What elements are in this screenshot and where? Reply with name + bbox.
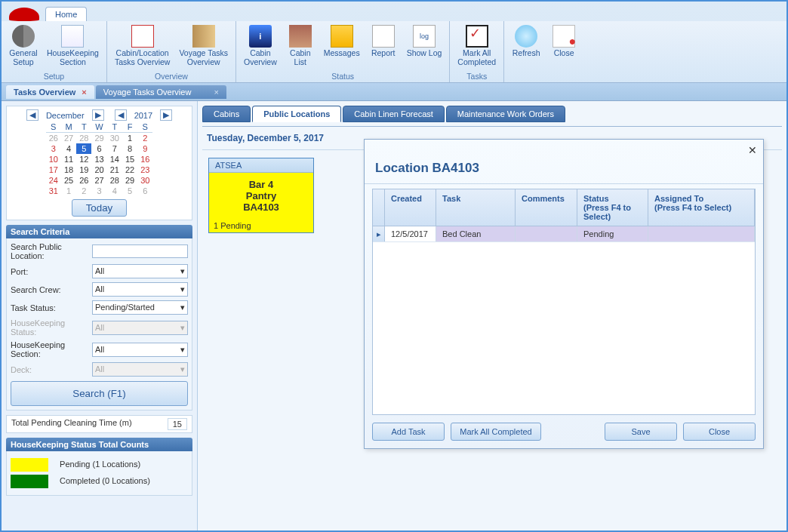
tab-cabins[interactable]: Cabins (202, 106, 251, 122)
voyage-tasks-overview-button[interactable]: Voyage Tasks Overview (174, 22, 232, 72)
col-comments[interactable]: Comments (516, 189, 577, 226)
col-task[interactable]: Task (436, 189, 516, 226)
refresh-button[interactable]: Refresh (507, 22, 545, 72)
calendar-day[interactable]: 1 (122, 133, 137, 144)
pending-time-label: Total Pending Cleaning Time (m) (11, 418, 132, 430)
cell-assigned[interactable] (648, 226, 755, 241)
hk-section-dropdown[interactable]: All▾ (92, 343, 188, 357)
tab-home[interactable]: Home (45, 7, 87, 21)
calendar-day[interactable]: 27 (61, 133, 76, 144)
calendar-day[interactable]: 5 (122, 186, 137, 196)
calendar-day[interactable]: 10 (46, 154, 61, 165)
ribbon-group-status: Cabin Overview Cabin List Messages Repor… (236, 21, 450, 82)
cell-created[interactable]: 12/5/2017 (385, 226, 436, 241)
save-button[interactable]: Save (605, 423, 677, 441)
calendar-day[interactable]: 15 (122, 154, 137, 165)
calendar-day[interactable]: 30 (137, 175, 152, 186)
hk-status-label: HouseKeeping Status: (11, 318, 92, 337)
add-task-button[interactable]: Add Task (372, 423, 445, 441)
calendar-day[interactable]: 26 (46, 133, 61, 144)
calendar-day[interactable]: 23 (137, 165, 152, 175)
calendar-day[interactable]: 28 (76, 133, 91, 144)
tab-tasks-overview[interactable]: Tasks Overview × (6, 85, 94, 99)
calendar-day[interactable]: 13 (91, 154, 106, 165)
calendar-day[interactable]: 7 (107, 143, 122, 154)
calendar-day[interactable]: 17 (46, 165, 61, 175)
today-button[interactable]: Today (72, 199, 128, 217)
location-card[interactable]: ATSEA Bar 4 Pantry BA4103 1 Pending (208, 158, 314, 233)
calendar-day[interactable]: 21 (107, 165, 122, 175)
calendar-day[interactable]: 3 (46, 143, 61, 154)
cabin-overview-button[interactable]: Cabin Overview (239, 22, 282, 72)
calendar-day[interactable]: 2 (137, 133, 152, 144)
calendar-day[interactable]: 4 (107, 186, 122, 196)
calendar-day[interactable]: 6 (91, 143, 106, 154)
calendar-day[interactable]: 2 (76, 186, 91, 196)
calendar-day[interactable]: 9 (137, 143, 152, 154)
close-dialog-button[interactable]: Close (683, 423, 756, 441)
col-status[interactable]: Status (Press F4 to Select) (577, 189, 648, 226)
report-button[interactable]: Report (365, 22, 402, 72)
search-location-input[interactable] (92, 244, 188, 258)
calendar-icon (61, 25, 84, 48)
ribbon-group-setup: General Setup HouseKeeping Section Setup (2, 21, 107, 82)
calendar-day[interactable]: 29 (122, 175, 137, 186)
calendar-day[interactable]: 19 (76, 165, 91, 175)
tab-maintenance-work-orders[interactable]: Maintenance Work Orders (446, 106, 565, 122)
close-tab-icon[interactable]: × (82, 88, 86, 97)
prev-year-button[interactable]: ◀ (115, 109, 127, 121)
cell-task[interactable]: Bed Clean (436, 226, 516, 241)
col-assigned[interactable]: Assigned To (Press F4 to Select) (648, 189, 755, 226)
mark-all-completed-button[interactable]: Mark All Completed (453, 22, 500, 72)
calendar-day[interactable]: 22 (122, 165, 137, 175)
housekeeping-section-button[interactable]: HouseKeeping Section (42, 22, 103, 72)
calendar-day[interactable]: 24 (46, 175, 61, 186)
dialog-title: Location BA4103 (365, 140, 763, 184)
calendar-day[interactable]: 27 (91, 175, 106, 186)
mark-all-completed-dialog-button[interactable]: Mark All Completed (451, 423, 541, 441)
cabin-location-overview-button[interactable]: Cabin/Location Tasks Overview (110, 22, 175, 72)
tab-cabin-linen-forecast[interactable]: Cabin Linen Forecast (343, 106, 445, 122)
calendar-day[interactable]: 25 (61, 175, 76, 186)
calendar-day[interactable]: 1 (61, 186, 76, 196)
close-tab-icon[interactable]: × (214, 88, 218, 97)
close-button[interactable]: Close (545, 22, 583, 72)
calendar-day[interactable]: 3 (91, 186, 106, 196)
calendar-day[interactable]: 4 (61, 143, 76, 154)
cell-comments[interactable] (516, 226, 577, 241)
show-log-button[interactable]: log Show Log (402, 22, 447, 72)
next-month-button[interactable]: ▶ (92, 109, 104, 121)
book-icon (192, 25, 215, 48)
next-year-button[interactable]: ▶ (160, 109, 172, 121)
general-setup-button[interactable]: General Setup (5, 22, 42, 72)
prev-month-button[interactable]: ◀ (26, 109, 38, 121)
calendar-day[interactable]: 30 (107, 133, 122, 144)
col-created[interactable]: Created (385, 189, 436, 226)
search-button[interactable]: Search (F1) (11, 381, 188, 406)
gear-icon (12, 25, 35, 48)
calendar-day[interactable]: 20 (91, 165, 106, 175)
calendar-day[interactable]: 26 (76, 175, 91, 186)
cabin-list-button[interactable]: Cabin List (282, 22, 319, 72)
list-icon (289, 25, 312, 48)
calendar-day[interactable]: 8 (122, 143, 137, 154)
calendar-day[interactable]: 18 (61, 165, 76, 175)
calendar-day[interactable]: 31 (46, 186, 61, 196)
port-dropdown[interactable]: All▾ (92, 264, 188, 278)
crew-dropdown[interactable]: All▾ (92, 282, 188, 297)
calendar-day[interactable]: 6 (137, 186, 152, 196)
calendar-day[interactable]: 12 (76, 154, 91, 165)
calendar-day[interactable]: 14 (107, 154, 122, 165)
task-status-dropdown[interactable]: Pending/Started▾ (92, 300, 188, 315)
calendar-day[interactable]: 28 (107, 175, 122, 186)
dialog-close-button[interactable]: ✕ (748, 144, 757, 156)
tab-voyage-tasks-overview[interactable]: Voyage Tasks Overview × (96, 85, 226, 99)
calendar-day[interactable]: 16 (137, 154, 152, 165)
calendar-day[interactable]: 5 (76, 143, 91, 154)
messages-button[interactable]: Messages (319, 22, 365, 72)
calendar-day[interactable]: 29 (91, 133, 106, 144)
cell-status[interactable]: Pending (577, 226, 648, 241)
tab-public-locations[interactable]: Public Locations (252, 106, 341, 122)
calendar-day[interactable]: 11 (61, 154, 76, 165)
grid-row[interactable]: ▸ 12/5/2017 Bed Clean Pending (373, 226, 755, 242)
